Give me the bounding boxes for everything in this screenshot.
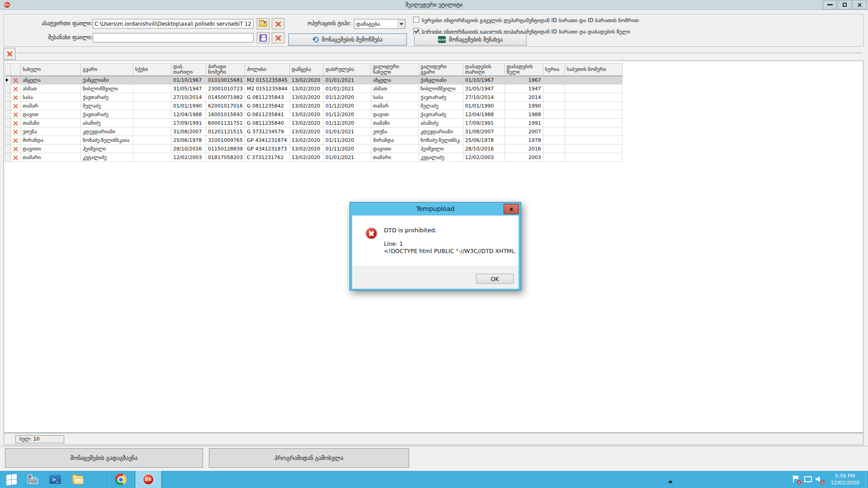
restore-button[interactable] bbox=[838, 0, 852, 9]
grid-row-9[interactable]: თამარიკუტალაძე12/02/200301817058203C 373… bbox=[5, 153, 623, 162]
grid-cell: 2003 bbox=[505, 153, 543, 162]
delete-row-icon[interactable] bbox=[13, 112, 19, 117]
column-header-4[interactable]: პირადი ნომერი bbox=[206, 64, 245, 76]
grid-cell: 2014 bbox=[505, 93, 543, 102]
delete-row-icon[interactable] bbox=[13, 77, 19, 83]
delete-row-icon[interactable] bbox=[13, 103, 19, 109]
grid-cell: საბა bbox=[371, 93, 418, 102]
output-file-input[interactable] bbox=[93, 33, 254, 42]
delete-row-cell[interactable] bbox=[11, 127, 21, 136]
open-folder-icon bbox=[259, 21, 267, 27]
grid-cell: 23001010723 bbox=[206, 84, 245, 93]
delete-row-cell[interactable] bbox=[11, 102, 21, 110]
grid-cell: მირანდა bbox=[21, 136, 81, 145]
grid-cell: 12/04/1988 bbox=[171, 110, 206, 119]
grid-cell: 12/04/1988 bbox=[463, 110, 505, 119]
column-header-3[interactable]: დაბ. თარიღი bbox=[171, 64, 206, 76]
action-center-icon[interactable]: x bbox=[792, 475, 800, 483]
column-header-8[interactable]: ვალიდური სახელი bbox=[371, 64, 418, 76]
delete-row-cell[interactable] bbox=[11, 110, 21, 119]
source-file-input[interactable] bbox=[93, 19, 254, 28]
delete-row-icon[interactable] bbox=[13, 120, 19, 126]
grid-cell bbox=[543, 145, 565, 153]
grid-cell: მელაძე bbox=[418, 102, 463, 110]
grid-cell: 31/08/2007 bbox=[463, 127, 505, 136]
column-header-9[interactable]: ვალიდური გვარი bbox=[418, 64, 463, 76]
grid-row-6[interactable]: ეთუნაკდევდარიანი31/08/200701201121515G 3… bbox=[5, 127, 623, 136]
clear-grid-button[interactable] bbox=[4, 48, 15, 60]
column-header-5[interactable]: პოლისი bbox=[245, 64, 289, 76]
dialog-ok-button[interactable]: OK bbox=[476, 274, 514, 284]
delete-row-cell[interactable] bbox=[11, 145, 21, 153]
grid-row-1[interactable]: ასმათნიბლომშვილი31/05/194723001010723M2 … bbox=[5, 84, 623, 93]
delete-row-icon[interactable] bbox=[13, 86, 19, 92]
grid-row-8[interactable]: დავითიჰეიშვილი28/10/201601150128839GP 43… bbox=[5, 145, 623, 153]
delete-row-cell[interactable] bbox=[11, 119, 21, 127]
delete-row-cell[interactable] bbox=[11, 76, 21, 84]
windows-logo-icon bbox=[6, 474, 17, 485]
send-data-button[interactable]: მონაცემების გადაგზავნა bbox=[5, 448, 203, 468]
operation-type-select[interactable]: დამატება bbox=[354, 19, 406, 29]
grid-cell: ქავთარაძე bbox=[81, 93, 133, 102]
column-header-10[interactable]: დაბადების თარიღი bbox=[463, 64, 505, 76]
dialog-close-button[interactable]: x bbox=[504, 204, 519, 214]
minimize-button[interactable] bbox=[823, 0, 837, 9]
grid-row-0[interactable]: ანჟელაქანცლიანი01/10/196701010015681M2 0… bbox=[5, 76, 623, 84]
grid-cell: 01/11/2020 bbox=[323, 136, 371, 145]
start-button[interactable] bbox=[3, 471, 20, 488]
grid-row-4[interactable]: დავითქავთარაძე12/04/198816001015693G 081… bbox=[5, 110, 623, 119]
delete-row-icon[interactable] bbox=[13, 129, 19, 135]
grid-cell: GP 4341231874 bbox=[245, 136, 289, 145]
dx-app-button[interactable]: DX bbox=[135, 471, 162, 488]
column-header-0[interactable]: სახელი bbox=[21, 64, 81, 76]
column-header-1[interactable]: გვარი bbox=[81, 64, 133, 76]
verify-data-button[interactable]: მონაცემების შემოწმება bbox=[288, 33, 407, 46]
save-data-button[interactable]: XLSX მონაცემების შენახვა bbox=[414, 33, 527, 46]
delete-row-cell[interactable] bbox=[11, 136, 21, 145]
chevron-down-icon[interactable] bbox=[397, 19, 405, 28]
delete-row-cell[interactable] bbox=[11, 93, 21, 102]
grid-row-2[interactable]: საბაქავთარაძე27/10/201401450071982G 0811… bbox=[5, 93, 623, 102]
column-header-2[interactable]: სქესი bbox=[133, 64, 171, 76]
exit-program-button[interactable]: პროგრამიდან გამოსვლა bbox=[209, 448, 409, 468]
delete-row-icon[interactable] bbox=[13, 137, 19, 143]
show-desktop-button[interactable] bbox=[865, 471, 868, 488]
file-explorer-button[interactable] bbox=[69, 471, 87, 488]
column-header-11[interactable]: დაბადების წელი bbox=[505, 64, 543, 76]
column-header-6[interactable]: დაწყება bbox=[289, 64, 323, 76]
powershell-button[interactable]: >_ bbox=[46, 471, 64, 488]
close-button[interactable] bbox=[853, 0, 867, 9]
grid-row-7[interactable]: მირანდანოზაძე-ზელინსკაია25/06/1978310010… bbox=[5, 136, 623, 145]
show-hidden-icons[interactable] bbox=[668, 478, 673, 483]
checkbox-id-card-number[interactable] bbox=[413, 17, 419, 23]
floppy-disk-icon bbox=[259, 34, 267, 42]
delete-row-icon[interactable] bbox=[13, 146, 19, 152]
chrome-button[interactable] bbox=[107, 471, 134, 488]
column-header-7[interactable]: დასრულება bbox=[323, 64, 371, 76]
column-header-13[interactable]: საბუთის ნომერი bbox=[565, 64, 622, 76]
volume-muted-icon[interactable]: x bbox=[816, 475, 824, 483]
column-header-12[interactable]: სერია bbox=[543, 64, 565, 76]
delete-row-cell[interactable] bbox=[11, 153, 21, 162]
browse-file-button[interactable] bbox=[257, 18, 269, 29]
network-icon[interactable] bbox=[804, 475, 812, 483]
delete-row-cell[interactable] bbox=[11, 84, 21, 93]
server-manager-button[interactable] bbox=[24, 471, 42, 488]
grid-row-3[interactable]: თამარმელაძე01/01/199062001017016G 081123… bbox=[5, 102, 623, 110]
error-dialog: Tempupload x DTD is prohibited. Line: 1 … bbox=[349, 202, 521, 291]
grid-cell: 01201121515 bbox=[206, 127, 245, 136]
clock[interactable]: 5:56 PM 12/02/2020 bbox=[827, 473, 863, 486]
toolbar-separator bbox=[17, 53, 863, 54]
delete-row-icon[interactable] bbox=[13, 155, 19, 160]
save-file-button[interactable] bbox=[257, 32, 269, 43]
row-indicator bbox=[5, 127, 11, 136]
grid-cell: აბაშიძე bbox=[81, 119, 133, 127]
delete-row-icon[interactable] bbox=[13, 94, 19, 100]
clear-output-button[interactable] bbox=[272, 32, 284, 43]
checkbox-id-card-number-label[interactable]: სერვისი ინფორმაციის გაცვლის დეპარტამენტი… bbox=[422, 17, 639, 23]
grid-cell: 01/01/1990 bbox=[463, 102, 505, 110]
data-grid[interactable]: სახელიგვარისქესიდაბ. თარიღიპირადი ნომერი… bbox=[5, 63, 623, 162]
grid-row-5[interactable]: თამაზიაბაშიძე17/09/199160001131751G 0811… bbox=[5, 119, 623, 127]
server-manager-icon bbox=[27, 474, 38, 484]
clear-source-button[interactable] bbox=[272, 18, 284, 29]
